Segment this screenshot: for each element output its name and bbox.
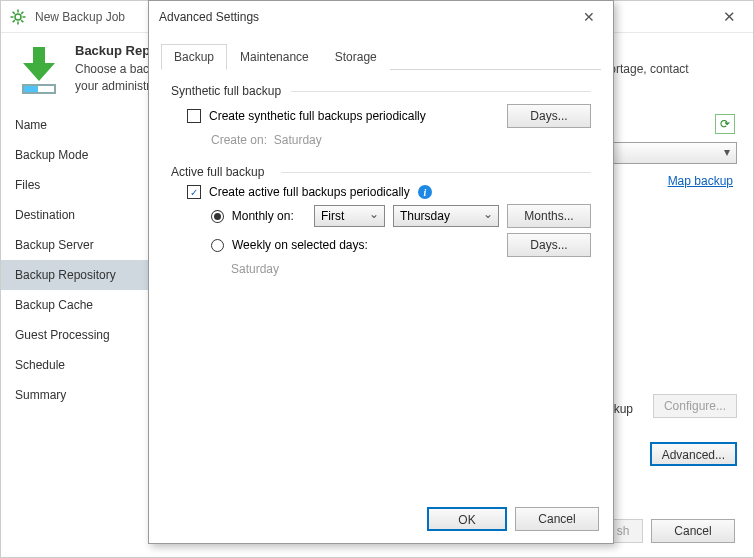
- close-icon[interactable]: ✕: [713, 8, 745, 26]
- weekly-value: Saturday: [231, 262, 591, 276]
- monthly-label: Monthly on:: [232, 209, 306, 223]
- synthetic-check-label: Create synthetic full backups periodical…: [209, 109, 499, 123]
- synthetic-create-on: Create on: Saturday: [211, 133, 591, 147]
- weekly-label: Weekly on selected days:: [232, 238, 499, 252]
- info-icon[interactable]: i: [418, 185, 432, 199]
- svg-line-7: [13, 20, 15, 22]
- nav-item-backup-server[interactable]: Backup Server: [1, 230, 151, 260]
- monthly-ordinal-select[interactable]: First: [314, 205, 385, 227]
- modal-footer: OK Cancel: [427, 507, 599, 531]
- configure-button: Configure...: [653, 394, 737, 418]
- nav-item-backup-cache[interactable]: Backup Cache: [1, 290, 151, 320]
- cancel-button[interactable]: Cancel: [515, 507, 599, 531]
- create-on-value: Saturday: [274, 133, 322, 147]
- monthly-day-select[interactable]: Thursday: [393, 205, 499, 227]
- months-button[interactable]: Months...: [507, 204, 591, 228]
- nav-item-backup-mode[interactable]: Backup Mode: [1, 140, 151, 170]
- svg-line-8: [21, 11, 23, 13]
- wizard-nav: NameBackup ModeFilesDestinationBackup Se…: [1, 106, 151, 506]
- backup-panel: Synthetic full backup Create synthetic f…: [149, 70, 613, 308]
- wizard-footer: sh Cancel: [603, 519, 735, 543]
- refresh-icon[interactable]: ⟳: [715, 114, 735, 134]
- nav-item-files[interactable]: Files: [1, 170, 151, 200]
- svg-rect-10: [24, 86, 38, 92]
- nav-item-summary[interactable]: Summary: [1, 380, 151, 410]
- gear-icon: [9, 8, 27, 26]
- cancel-button[interactable]: Cancel: [651, 519, 735, 543]
- active-fieldset: Active full backup Create active full ba…: [171, 165, 591, 276]
- svg-line-6: [21, 20, 23, 22]
- tabs: BackupMaintenanceStorage: [161, 43, 601, 70]
- svg-line-5: [13, 11, 15, 13]
- nav-item-schedule[interactable]: Schedule: [1, 350, 151, 380]
- active-legend: Active full backup: [171, 165, 591, 179]
- advanced-settings-modal: Advanced Settings ✕ BackupMaintenanceSto…: [148, 0, 614, 544]
- monthly-radio[interactable]: [211, 210, 224, 223]
- monthly-ordinal-value: First: [321, 209, 344, 223]
- tab-storage[interactable]: Storage: [322, 44, 390, 70]
- tab-maintenance[interactable]: Maintenance: [227, 44, 322, 70]
- weekly-radio[interactable]: [211, 239, 224, 252]
- create-on-label: Create on:: [211, 133, 267, 147]
- tab-backup[interactable]: Backup: [161, 44, 227, 70]
- close-icon[interactable]: ✕: [575, 9, 603, 25]
- modal-title: Advanced Settings: [159, 10, 575, 24]
- monthly-day-value: Thursday: [400, 209, 450, 223]
- download-arrow-icon: [15, 43, 63, 98]
- synthetic-legend: Synthetic full backup: [171, 84, 591, 98]
- modal-titlebar: Advanced Settings ✕: [149, 1, 613, 33]
- synthetic-days-button[interactable]: Days...: [507, 104, 591, 128]
- map-backup-link[interactable]: Map backup: [668, 174, 733, 188]
- nav-item-guest-processing[interactable]: Guest Processing: [1, 320, 151, 350]
- weekly-days-button[interactable]: Days...: [507, 233, 591, 257]
- ok-button[interactable]: OK: [427, 507, 507, 531]
- active-check-label: Create active full backups periodically: [209, 185, 410, 199]
- advanced-button[interactable]: Advanced...: [650, 442, 737, 466]
- active-checkbox[interactable]: [187, 185, 201, 199]
- svg-point-0: [15, 14, 21, 20]
- nav-item-destination[interactable]: Destination: [1, 200, 151, 230]
- synthetic-checkbox[interactable]: [187, 109, 201, 123]
- nav-item-backup-repository[interactable]: Backup Repository: [1, 260, 151, 290]
- synthetic-fieldset: Synthetic full backup Create synthetic f…: [171, 84, 591, 147]
- nav-item-name[interactable]: Name: [1, 110, 151, 140]
